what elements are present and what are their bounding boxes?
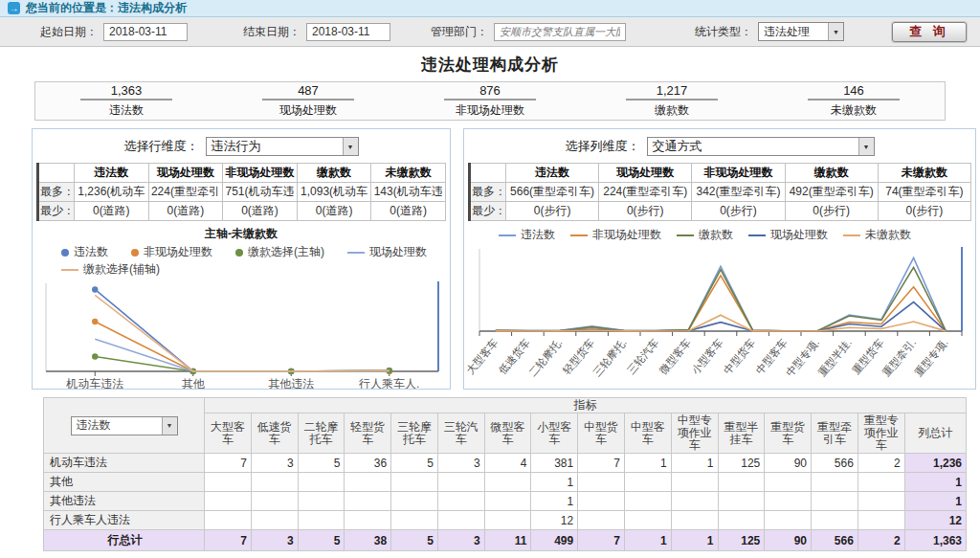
legend-label: 未缴款数 [865,227,911,243]
col-dim-select[interactable]: 交通方式 ▼ [647,137,875,156]
legend-line-swatch [677,234,694,236]
arrow-icon: → [8,2,20,14]
pivot-cell [298,511,345,530]
pivot-cell [484,511,531,530]
dept-label: 管理部门： [431,24,488,40]
pivot-grand-total: 1,363 [904,530,966,551]
pivot-cell [391,511,438,530]
mm-row-label: 最多： [470,183,506,202]
filter-bar: 起始日期： 结束日期： 管理部门： 统计类型： 违法处理 ▼ 查 询 [0,17,980,47]
mm-cell: 143(机动车违 [371,183,446,202]
breadcrumb-label: 您当前的位置是：违法构成分析 [26,0,187,16]
mm-header-cell: 现场处理数 [148,164,223,183]
pivot-row-total: 1 [904,473,966,492]
pivot-total-cell: 1 [671,530,718,551]
legend-item[interactable]: 现场处理数 [748,227,828,243]
legend-line-swatch [347,252,365,254]
pivot-total-cell: 38 [345,530,391,551]
mm-cell: 342(重型牵引车) [692,183,785,202]
chart-line-缴款选择(主轴) [95,356,390,370]
pivot-cell [671,473,718,492]
mm-cell: 0(步行) [878,202,970,221]
legend-item[interactable]: 缴款数 [677,227,733,243]
stat-type-select[interactable]: 违法处理 ▼ [758,22,844,41]
mm-header-cell: 违法数 [506,164,599,183]
pivot-total-cell: 125 [718,530,765,551]
pivot-cell: 1 [671,454,718,473]
pivot-cell [484,492,531,511]
chart-line-现场处理数 [496,302,946,331]
chart-dot [92,286,98,292]
pivot-cell [765,511,812,530]
pivot-col-header: 大型客车 [205,413,252,454]
pivot-cell [812,492,858,511]
summary-value: 876 [444,83,536,100]
legend-label: 现场处理数 [369,244,427,260]
legend-item[interactable]: 现场处理数 [347,244,427,260]
mm-header-cell: 违法数 [75,164,149,183]
pivot-col-header: 重型牵引车 [812,413,858,454]
legend-line-swatch [570,234,588,236]
column-dimension-panel: 选择列维度： 交通方式 ▼ 违法数现场处理数非现场处理数缴款数未缴款数最多：56… [463,128,976,390]
pivot-row-label: 行人乘车人违法 [44,511,205,530]
pivot-cell [298,473,345,492]
pivot-col-header: 小型客车 [531,413,578,454]
pivot-cell [765,473,812,492]
mm-cell: 566(重型牵引车) [506,183,599,202]
right-chart: 大型客车低速货车二轮摩托.轻型货车三轮摩托.三轮汽车微型客车小型客车中型货车中型… [466,245,971,387]
x-axis-label: 小型客车 [688,337,724,377]
row-dim-select[interactable]: 违法行为 ▼ [206,137,359,156]
legend-item[interactable]: 非现场处理数 [570,227,661,243]
legend-label: 违法数 [74,244,108,260]
legend-item[interactable]: 违法数 [499,227,555,243]
pivot-total-row-label: 行总计 [44,530,205,551]
legend-item[interactable]: 非现场处理数 [131,244,212,260]
end-date-label: 结束日期： [243,24,301,40]
pivot-total-cell: 7 [578,530,625,551]
pivot-cell [251,473,298,492]
pivot-table-section: 违法数▼指标大型客车低速货车二轮摩托车轻型货车三轮摩托车三轮汽车微型客车小型客车… [43,397,967,551]
mm-header-cell: 缴款数 [297,164,371,183]
start-date-input[interactable] [103,23,188,41]
pivot-total-cell: 2 [858,530,904,551]
legend-line-swatch [748,234,766,236]
legend-item[interactable]: 缴款选择(主轴) [235,244,324,260]
dept-input[interactable] [494,23,626,41]
pivot-cell [391,492,438,511]
summary-value: 146 [808,83,900,100]
pivot-cell [624,511,671,530]
pivot-header-row-1: 违法数▼指标 [44,398,967,413]
pivot-cell [205,492,252,511]
end-date-input[interactable] [306,23,390,41]
mm-cell: 0(步行) [599,202,692,221]
metric-select[interactable]: 违法数▼ [71,416,178,435]
pivot-cell [345,511,391,530]
row-dim-control: 选择行维度： 违法行为 ▼ [33,129,450,156]
x-axis-label: 行人乘车人. [359,377,419,390]
mm-row: 最少：0(步行)0(步行)0(步行)0(步行)0(步行) [470,202,971,221]
pivot-cell: 36 [345,454,391,473]
col-dim-label: 选择列维度： [566,138,640,155]
row-dim-minmax-table: 违法数现场处理数非现场处理数缴款数未缴款数最多：1,236(机动车224(重型牵… [36,163,446,221]
pivot-cell [624,492,671,511]
pivot-cell [858,511,904,530]
pivot-row-label: 其他违法 [44,492,205,511]
pivot-cell [718,511,765,530]
legend-dot-swatch [131,249,139,257]
mm-cell: 492(重型牵引车) [785,183,878,202]
legend-label: 违法数 [521,227,555,243]
legend-item[interactable]: 未缴款数 [843,227,911,243]
pivot-cell [671,492,718,511]
pivot-total-cell: 7 [205,530,252,551]
pivot-total-cell: 1 [624,530,671,551]
legend-item[interactable]: 缴款选择(辅轴) [61,261,160,278]
query-button[interactable]: 查 询 [892,22,967,42]
mm-row: 最多：1,236(机动车224(重型牵引751(机动车违1,093(机动车143… [38,183,446,202]
left-chart: 机动车违法其他其他违法行人乘车人. [36,278,446,390]
mm-header-row: 违法数现场处理数非现场处理数缴款数未缴款数 [38,164,446,183]
legend-item[interactable]: 违法数 [61,244,108,260]
pivot-cell [437,492,484,511]
mm-cell: 1,093(机动车 [297,183,371,202]
mm-corner [470,164,506,183]
pivot-col-header: 中型货车 [578,413,625,454]
